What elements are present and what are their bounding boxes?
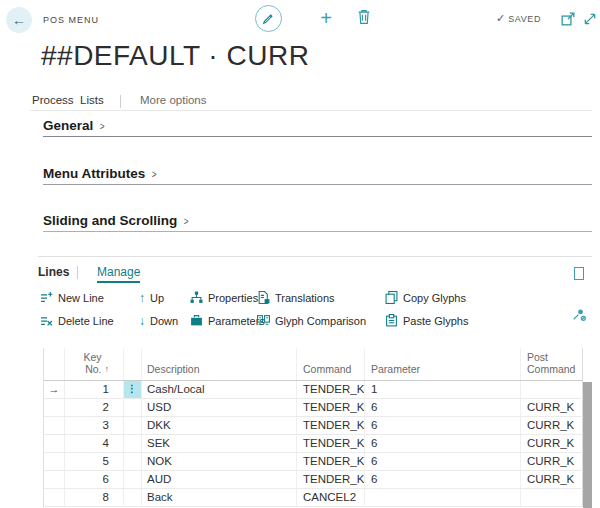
row-menu-cell[interactable]: ⋮	[124, 381, 142, 398]
key-no-cell[interactable]: 3	[65, 417, 124, 434]
key-no-cell[interactable]: 8	[65, 489, 124, 506]
table-row[interactable]: 3DKKTENDER_K6CURR_K	[44, 417, 583, 435]
row-indicator-cell[interactable]	[44, 417, 65, 434]
command-cell[interactable]: TENDER_K	[297, 417, 365, 434]
description-cell[interactable]: Cash/Local	[142, 381, 297, 398]
key-no-cell[interactable]: 5	[65, 453, 124, 470]
row-menu-cell[interactable]	[124, 453, 142, 470]
section-header-sliding-and-scrolling[interactable]: Sliding and Scrolling >	[43, 213, 190, 228]
column-header-key-no[interactable]: Key No. ↑	[65, 348, 124, 380]
parameter-cell[interactable]: 6	[365, 453, 521, 470]
command-cell[interactable]: TENDER_K	[297, 435, 365, 452]
parameter-cell[interactable]: 6	[365, 399, 521, 416]
row-menu-cell[interactable]	[124, 435, 142, 452]
row-menu-header	[124, 348, 142, 380]
open-in-new-window-button[interactable]	[561, 12, 575, 26]
section-label: Sliding and Scrolling	[43, 213, 177, 228]
back-button[interactable]: ←	[6, 7, 32, 33]
parameter-cell[interactable]: 6	[365, 435, 521, 452]
glyph-comparison-button[interactable]: Glyph Comparison	[257, 314, 366, 327]
parameters-button[interactable]: Parameters	[190, 314, 265, 327]
action-bar-divider	[30, 110, 592, 111]
key-no-cell[interactable]: 4	[65, 435, 124, 452]
down-button[interactable]: ↓ Down	[139, 314, 178, 328]
description-cell[interactable]: SEK	[142, 435, 297, 452]
paste-glyphs-button[interactable]: Paste Glyphs	[385, 314, 468, 327]
description-cell[interactable]: NOK	[142, 453, 297, 470]
tab-manage[interactable]: Manage	[97, 265, 140, 283]
key-no-cell[interactable]: 6	[65, 471, 124, 488]
toolbar-label: Translations	[275, 292, 335, 304]
table-row[interactable]: 5NOKTENDER_K6CURR_K	[44, 453, 583, 471]
properties-button[interactable]: Properties	[190, 291, 258, 304]
row-indicator-cell[interactable]	[44, 435, 65, 452]
row-indicator-cell[interactable]	[44, 453, 65, 470]
parameter-cell[interactable]: 6	[365, 471, 521, 488]
row-menu-cell[interactable]	[124, 399, 142, 416]
command-cell[interactable]: TENDER_K	[297, 381, 365, 398]
chevron-right-icon: >	[184, 215, 189, 227]
column-header-description[interactable]: Description	[142, 348, 297, 380]
row-indicator-cell[interactable]	[44, 399, 65, 416]
pos-menu-page: ← POS MENU + ✓ SAVED	[0, 0, 600, 508]
column-header-parameter[interactable]: Parameter	[365, 348, 521, 380]
post-command-cell[interactable]: CURR_K	[521, 435, 583, 452]
description-cell[interactable]: AUD	[142, 471, 297, 488]
lines-part-divider	[38, 256, 592, 257]
key-no-cell[interactable]: 2	[65, 399, 124, 416]
post-command-cell[interactable]: CURR_K	[521, 417, 583, 434]
delete-line-button[interactable]: Delete Line	[40, 314, 114, 327]
menu-item-process[interactable]: Process	[32, 94, 74, 106]
post-command-cell[interactable]: CURR_K	[521, 399, 583, 416]
post-command-cell[interactable]	[521, 381, 583, 398]
row-indicator-cell[interactable]: →	[44, 381, 65, 398]
row-menu-cell[interactable]	[124, 471, 142, 488]
row-menu-cell[interactable]	[124, 489, 142, 506]
section-header-menu-attributes[interactable]: Menu Attributes >	[43, 166, 158, 181]
row-indicator-cell[interactable]	[44, 489, 65, 506]
unpin-icon[interactable]	[572, 307, 586, 321]
table-row[interactable]: 4SEKTENDER_K6CURR_K	[44, 435, 583, 453]
back-arrow-icon: ←	[12, 12, 26, 28]
column-header-command[interactable]: Command	[297, 348, 365, 380]
up-button[interactable]: ↑ Up	[139, 291, 164, 305]
command-cell[interactable]: TENDER_K	[297, 399, 365, 416]
table-row[interactable]: 2USDTENDER_K6CURR_K	[44, 399, 583, 417]
section-header-general[interactable]: General >	[43, 118, 106, 133]
column-header-post-command[interactable]: Post Command	[521, 348, 583, 380]
post-command-cell[interactable]	[521, 489, 583, 506]
focus-mode-icon[interactable]	[574, 267, 584, 280]
table-row[interactable]: 8BackCANCEL2	[44, 489, 583, 507]
table-row[interactable]: →1⋮Cash/LocalTENDER_K1	[44, 381, 583, 399]
description-cell[interactable]: USD	[142, 399, 297, 416]
delete-button[interactable]	[357, 9, 373, 26]
command-cell[interactable]: TENDER_K	[297, 471, 365, 488]
table-row[interactable]: 6AUDTENDER_K6CURR_K	[44, 471, 583, 489]
menu-item-lists[interactable]: Lists	[80, 94, 104, 106]
post-command-cell[interactable]: CURR_K	[521, 453, 583, 470]
parameter-cell[interactable]: 1	[365, 381, 521, 398]
menu-item-more-options[interactable]: More options	[140, 94, 206, 106]
copy-glyphs-button[interactable]: Copy Glyphs	[385, 291, 466, 304]
new-button[interactable]: +	[314, 5, 338, 31]
description-cell[interactable]: Back	[142, 489, 297, 506]
properties-icon	[190, 291, 203, 304]
parameter-cell[interactable]: 6	[365, 417, 521, 434]
expand-page-button[interactable]	[583, 12, 597, 26]
description-cell[interactable]: DKK	[142, 417, 297, 434]
key-no-cell[interactable]: 1	[65, 381, 124, 398]
command-cell[interactable]: TENDER_K	[297, 453, 365, 470]
edit-button[interactable]	[255, 5, 282, 32]
post-command-cell[interactable]: CURR_K	[521, 471, 583, 488]
row-menu-cell[interactable]	[124, 417, 142, 434]
row-indicator-cell[interactable]	[44, 471, 65, 488]
arrow-up-icon: ↑	[139, 291, 145, 305]
toolbar-label: Glyph Comparison	[275, 315, 366, 327]
arrow-down-icon: ↓	[139, 314, 145, 328]
vertical-scrollbar-thumb[interactable]	[583, 382, 592, 508]
translations-button[interactable]: Translations	[257, 291, 335, 304]
command-cell[interactable]: CANCEL2	[297, 489, 365, 506]
parameter-cell[interactable]	[365, 489, 521, 506]
section-divider	[43, 136, 592, 137]
new-line-button[interactable]: New Line	[40, 291, 104, 304]
